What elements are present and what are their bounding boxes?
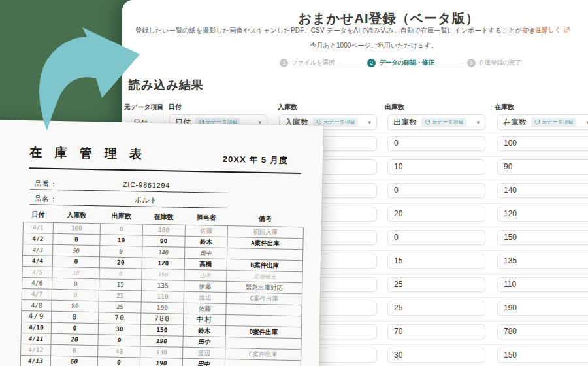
cell: 30 xyxy=(99,324,141,335)
selected-field: 在庫数 xyxy=(503,117,527,128)
cell: 4/3 xyxy=(23,244,53,256)
cell: 田中 xyxy=(183,359,225,366)
cell: 0 xyxy=(52,312,99,324)
cell: 4/8 xyxy=(22,300,52,312)
cell: 110 xyxy=(142,291,184,303)
cell: 渡辺 xyxy=(183,348,225,359)
cell: 緊急出庫対応 xyxy=(227,282,302,294)
cell: 4/5 xyxy=(22,267,52,278)
cell: 190 xyxy=(140,335,183,347)
cell: 135 xyxy=(142,280,184,291)
step-1-label: ファイルを選択 xyxy=(291,59,335,67)
step-2-confirm-data: 2 データの確認・修正 xyxy=(367,59,434,67)
cell: 190 xyxy=(140,358,183,366)
cell-out-input[interactable]: 25 xyxy=(387,277,485,292)
cell-out-input[interactable]: 10 xyxy=(387,159,485,175)
step-3-label: 在庫登録の完了 xyxy=(479,59,521,67)
cell-stock-input[interactable]: 135 xyxy=(497,254,588,269)
cell-out-input[interactable]: 70 xyxy=(387,324,485,339)
step-connector xyxy=(438,63,463,63)
cell: 60 xyxy=(51,356,98,366)
cell-stock-input[interactable]: 190 xyxy=(497,301,588,316)
cell: 15 xyxy=(99,279,142,291)
step-3-circle: 3 xyxy=(467,59,476,67)
cell: 25 xyxy=(99,301,141,313)
step-2-circle: 2 xyxy=(367,59,376,67)
cell: 0 xyxy=(52,278,99,290)
cell: 20 xyxy=(100,257,142,269)
cell-out-input[interactable]: 25 xyxy=(387,301,485,316)
mapping-dropdown-out[interactable]: 出庫数 元データ項目 ▾ xyxy=(387,114,485,130)
cell: 4/9 xyxy=(22,311,52,323)
cell-out-input[interactable]: 30 xyxy=(387,348,485,363)
cell: 4/10 xyxy=(22,322,52,334)
part-no-value: ZIC-9861294 xyxy=(104,180,189,189)
cell-out-input[interactable]: 15 xyxy=(387,254,485,269)
cell: 120 xyxy=(142,258,185,269)
cell: 山本 xyxy=(184,270,227,282)
header-note: 備考 xyxy=(227,214,303,224)
cell: 佐藤 xyxy=(186,225,228,237)
cell-stock-input[interactable]: 150 xyxy=(497,348,588,363)
page-title: おまかせAI登録（ベータ版） xyxy=(299,10,480,27)
cell-out-input[interactable]: 20 xyxy=(387,207,485,222)
step-2-label: データの確認・修正 xyxy=(379,59,434,67)
cell: 0 xyxy=(52,290,99,301)
cell: 伊藤 xyxy=(184,281,227,293)
cell-out-input[interactable]: 0 xyxy=(387,136,485,151)
source-field-chip: 元データ項目 xyxy=(531,118,576,127)
divider xyxy=(30,189,229,193)
cell: 4/13 xyxy=(21,356,51,366)
cell: 4/6 xyxy=(22,278,52,290)
part-no-label: 品番： xyxy=(35,179,58,189)
cell: 70 xyxy=(99,312,141,324)
cell: D案件出庫 xyxy=(226,326,302,339)
cell-out-input[interactable]: 0 xyxy=(387,230,485,245)
cell: 0 xyxy=(53,234,100,246)
learn-more-link[interactable]: もっと詳しく xyxy=(521,25,570,35)
cell-stock-input[interactable]: 150 xyxy=(497,230,588,245)
cell: 中村 xyxy=(184,314,226,326)
cell: 渡辺 xyxy=(184,292,227,304)
cell: 0 xyxy=(101,224,143,235)
cell-stock-input[interactable]: 110 xyxy=(497,277,588,292)
chevron-down-icon: ▾ xyxy=(368,119,371,125)
cell: 130 xyxy=(140,346,183,358)
cell: 140 xyxy=(142,246,185,258)
cell-stock-input[interactable]: 90 xyxy=(497,159,588,175)
cell: 30 xyxy=(52,267,99,279)
cell: 0 xyxy=(98,357,140,366)
cell: 4/7 xyxy=(22,289,52,301)
cell-stock-input[interactable]: 140 xyxy=(497,183,588,198)
cell-stock-input[interactable]: 100 xyxy=(497,136,588,151)
page-description: 登録したい一覧の紙を撮影した画像やスキャンしたPDF、CSV データをAIで読み… xyxy=(135,26,556,35)
paper-table-grid: 4/1 100 0 100 佐藤 初回入庫 4/2 0 10 90 鈴木 A案件… xyxy=(20,222,303,366)
scanned-inventory-sheet: 在 庫 管 理 表 20XX 年 5 月度 品番： ZIC-9861294 品名… xyxy=(0,120,323,366)
quota-text: 今月あと1000ページご利用いただけます。 xyxy=(310,41,438,50)
header-date: 日付 xyxy=(23,210,53,220)
cell-stock-input[interactable]: 780 xyxy=(497,324,588,339)
cell: 初回入庫 xyxy=(228,226,304,239)
header-out: 出庫数 xyxy=(100,211,142,221)
cell: 780 xyxy=(141,313,184,325)
screen: { "app": { "title": "おまかせAI登録（ベータ版）", "s… xyxy=(0,0,588,366)
source-field-chip: 元データ項目 xyxy=(421,118,466,127)
step-indicator: 1 ファイルを選択 2 データの確認・修正 3 在庫登録の完了 xyxy=(280,59,521,67)
cell-out-input[interactable]: 0 xyxy=(387,183,485,198)
column-header-in: 入庫数 xyxy=(278,103,297,112)
tag-icon xyxy=(425,120,430,125)
cell: 150 xyxy=(141,324,184,336)
cell: 4/4 xyxy=(23,256,53,267)
cell: 4/12 xyxy=(21,344,51,356)
curved-arrow-graphic xyxy=(18,20,149,137)
tag-icon xyxy=(316,120,321,125)
mapping-dropdown-stock[interactable]: 在庫数 元データ項目 ▾ xyxy=(497,114,588,130)
cell: 0 xyxy=(100,246,142,258)
paper-title: 在 庫 管 理 表 xyxy=(29,144,147,163)
cell-stock-input[interactable]: 120 xyxy=(497,207,588,222)
cell: 80 xyxy=(52,301,99,312)
cell: 4/11 xyxy=(21,333,51,345)
column-header-date: 日付 xyxy=(169,103,182,112)
cell: 0 xyxy=(99,268,142,280)
external-link-icon xyxy=(564,27,570,34)
